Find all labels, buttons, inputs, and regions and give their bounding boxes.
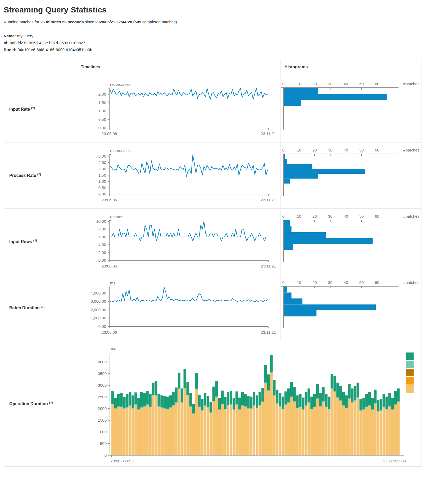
svg-text:10: 10 <box>297 214 301 218</box>
svg-text:2.00: 2.00 <box>98 250 106 255</box>
svg-text:2,000.00: 2,000.00 <box>91 307 106 312</box>
summary-prefix: Running batches for <box>4 20 40 24</box>
svg-text:20: 20 <box>313 148 317 152</box>
input-rate-timeline-cell: records/sec2.001.501.000.500.0023:06:062… <box>77 76 281 142</box>
svg-text:1500: 1500 <box>98 418 107 422</box>
histograms-column-header: Histograms <box>281 59 421 76</box>
svg-text:23:11:21: 23:11:21 <box>261 131 276 136</box>
svg-text:23:06:06.093: 23:06:06.093 <box>110 459 134 463</box>
row-label-cell: Input Rows (?) <box>4 209 77 275</box>
svg-text:records/sec: records/sec <box>110 148 131 153</box>
row-label-cell: Batch Duration (?) <box>4 275 77 341</box>
summary-suffix: completed batches) <box>141 20 177 24</box>
svg-text:3500: 3500 <box>98 371 107 376</box>
svg-text:#batches: #batches <box>403 214 419 218</box>
svg-text:23:11:21: 23:11:21 <box>261 330 276 334</box>
svg-text:4000: 4000 <box>98 360 107 364</box>
process-rate-timeline-cell: records/sec3.002.502.001.501.000.500.002… <box>77 142 281 208</box>
svg-text:1,000.00: 1,000.00 <box>91 316 106 320</box>
svg-text:2500: 2500 <box>98 395 107 399</box>
svg-text:2.00: 2.00 <box>98 92 106 96</box>
query-meta: Name:myQuery Id:9d0dd219-995d-423e-b97d-… <box>4 34 444 52</box>
svg-text:3000: 3000 <box>98 383 107 387</box>
batch-duration-timeline-chart: ms4,000.003,000.002,000.001,000.000.0023… <box>77 275 280 341</box>
page: Streaming Query Statistics Running batch… <box>0 0 448 467</box>
svg-text:23:06:06: 23:06:06 <box>102 131 117 136</box>
svg-text:3,000.00: 3,000.00 <box>91 299 106 304</box>
svg-text:0: 0 <box>105 453 107 457</box>
input-rows-timeline-chart: records10.008.006.004.002.000.0023:06:06… <box>77 209 280 275</box>
query-id-value: 9d0dd219-995d-423e-b97d-36931110bb27 <box>10 41 85 45</box>
svg-text:1.50: 1.50 <box>98 100 106 105</box>
svg-text:2.50: 2.50 <box>98 160 106 165</box>
process-rate-histogram-chart: 0102030405060#batches <box>281 142 421 209</box>
svg-text:40: 40 <box>344 148 348 152</box>
svg-text:60: 60 <box>375 82 379 86</box>
input-rate-help-icon[interactable]: (?) <box>31 106 35 110</box>
summary-batch-count: 505 <box>135 20 141 24</box>
svg-text:#batches: #batches <box>403 148 419 152</box>
operation-duration-chart-cell: ms4000350030002500200015001000500023:06:… <box>77 341 421 466</box>
operation-duration-stacked-chart: ms4000350030002500200015001000500023:06:… <box>77 341 421 467</box>
page-title: Streaming Query Statistics <box>4 5 444 14</box>
input-rows-histogram-cell: 0102030405060#batches <box>281 209 421 275</box>
svg-text:50: 50 <box>359 82 364 86</box>
svg-text:60: 60 <box>375 148 379 152</box>
summary-open-paren: ( <box>132 20 134 24</box>
svg-text:0.50: 0.50 <box>98 185 106 190</box>
svg-text:8.00: 8.00 <box>98 227 106 231</box>
table-row-input-rows: Input Rows (?) records10.008.006.004.002… <box>4 208 422 275</box>
svg-text:23:11:21: 23:11:21 <box>261 198 276 202</box>
process-rate-help-icon[interactable]: (?) <box>37 173 41 176</box>
process-rate-timeline-chart: records/sec3.002.502.001.501.000.500.002… <box>77 142 280 209</box>
svg-text:records/sec: records/sec <box>110 82 131 87</box>
svg-text:23:11:21.864: 23:11:21.864 <box>383 459 406 463</box>
svg-text:20: 20 <box>313 82 317 86</box>
query-runid-value: 04e101e6-8bf8-4165-9099-9104c951ba3b <box>17 47 92 52</box>
input-rows-label: Input Rows (?) <box>9 239 37 244</box>
svg-text:0.00: 0.00 <box>98 126 106 130</box>
svg-text:4,000.00: 4,000.00 <box>91 291 106 295</box>
process-rate-histogram-cell: 0102030405060#batches <box>281 142 421 208</box>
table-header-row: Timelines Histograms <box>4 59 422 76</box>
summary-start-time: 2020/05/21 22:44:28 <box>95 20 132 24</box>
svg-text:30: 30 <box>328 214 333 218</box>
svg-text:50: 50 <box>359 280 364 285</box>
svg-text:2000: 2000 <box>98 406 107 411</box>
summary-mid: since <box>84 20 95 24</box>
svg-text:10: 10 <box>297 82 301 86</box>
batch-duration-histogram-chart: 0102030405060#batches <box>281 275 421 341</box>
legend-swatch-dark-ochre <box>406 369 414 376</box>
svg-text:0: 0 <box>282 148 284 152</box>
svg-text:23:06:06: 23:06:06 <box>102 264 117 268</box>
input-rows-help-icon[interactable]: (?) <box>33 239 37 242</box>
input-rows-timeline-cell: records10.008.006.004.002.000.0023:06:06… <box>77 209 281 275</box>
query-id-label: Id: <box>4 41 8 45</box>
table-row-process-rate: Process Rate (?) records/sec3.002.502.00… <box>4 142 422 208</box>
process-rate-label: Process Rate (?) <box>9 173 41 178</box>
svg-text:#batches: #batches <box>403 280 419 285</box>
operation-duration-help-icon[interactable]: (?) <box>49 401 53 404</box>
svg-text:1.50: 1.50 <box>98 173 106 177</box>
svg-text:60: 60 <box>375 280 379 285</box>
svg-text:0.00: 0.00 <box>98 258 106 262</box>
svg-text:23:06:06: 23:06:06 <box>102 198 117 202</box>
batch-duration-help-icon[interactable]: (?) <box>41 305 44 308</box>
input-rate-label: Input Rate (?) <box>9 106 35 112</box>
query-name-value: myQuery <box>17 34 33 38</box>
svg-text:ms: ms <box>111 346 116 351</box>
legend-swatch-teal <box>406 352 414 360</box>
query-runid-line: RunId:04e101e6-8bf8-4165-9099-9104c951ba… <box>4 47 444 52</box>
batch-duration-histogram-cell: 0102030405060#batches <box>281 275 421 341</box>
svg-text:40: 40 <box>344 82 348 86</box>
svg-text:30: 30 <box>328 148 333 152</box>
svg-text:23:06:06: 23:06:06 <box>102 330 117 334</box>
svg-text:2.00: 2.00 <box>98 167 106 171</box>
svg-text:records: records <box>110 215 123 219</box>
query-id-line: Id:9d0dd219-995d-423e-b97d-36931110bb27 <box>4 41 444 45</box>
svg-text:40: 40 <box>344 214 348 218</box>
svg-text:0.00: 0.00 <box>98 192 106 196</box>
svg-text:3.00: 3.00 <box>98 154 106 158</box>
svg-text:20: 20 <box>313 280 317 285</box>
header-empty-cell <box>4 59 77 76</box>
